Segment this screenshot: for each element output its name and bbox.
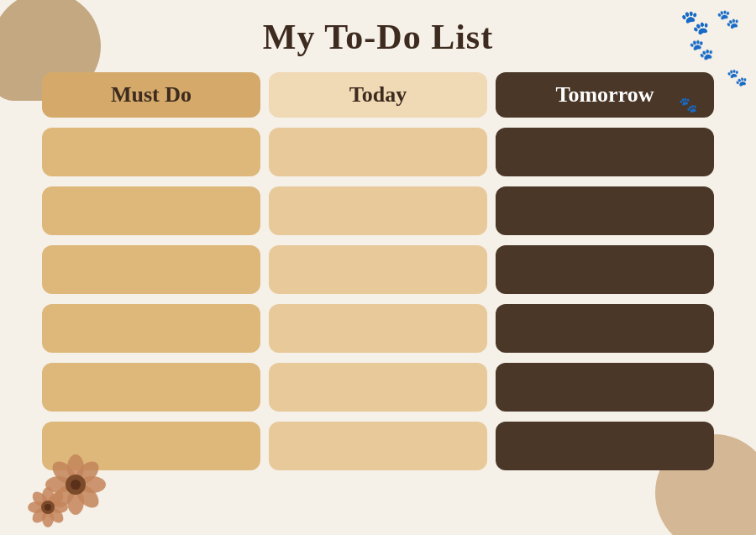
today-item-4[interactable] bbox=[269, 304, 487, 353]
main-content: My To-Do List Must Do Today Tomorrow bbox=[0, 0, 756, 490]
svg-point-9 bbox=[71, 480, 81, 490]
tomorrow-item-1[interactable] bbox=[496, 128, 714, 176]
page-title: My To-Do List bbox=[42, 17, 714, 57]
must-do-item-4[interactable] bbox=[42, 304, 260, 353]
svg-point-19 bbox=[45, 504, 51, 511]
tomorrow-item-3[interactable] bbox=[496, 245, 714, 294]
must-do-item-1[interactable] bbox=[42, 128, 260, 176]
flower-small bbox=[25, 485, 71, 531]
must-do-item-2[interactable] bbox=[42, 186, 260, 235]
today-item-1[interactable] bbox=[269, 128, 487, 176]
today-item-6[interactable] bbox=[269, 422, 487, 470]
today-item-3[interactable] bbox=[269, 245, 487, 294]
paw-icon-1: 🐾 bbox=[680, 8, 710, 36]
paw-icon-5: 🐾 bbox=[679, 96, 697, 114]
today-item-5[interactable] bbox=[269, 363, 487, 412]
today-column: Today bbox=[269, 72, 487, 474]
must-do-item-5[interactable] bbox=[42, 363, 260, 412]
must-do-item-3[interactable] bbox=[42, 245, 260, 294]
today-item-2[interactable] bbox=[269, 186, 487, 235]
paw-icon-3: 🐾 bbox=[689, 38, 714, 61]
today-header: Today bbox=[269, 72, 487, 118]
paw-icon-4: 🐾 bbox=[727, 67, 748, 87]
tomorrow-item-2[interactable] bbox=[496, 186, 714, 235]
tomorrow-item-4[interactable] bbox=[496, 304, 714, 353]
paw-icon-2: 🐾 bbox=[717, 8, 739, 30]
todo-grid: Must Do Today Tomorrow bbox=[42, 72, 714, 474]
tomorrow-item-6[interactable] bbox=[496, 422, 714, 470]
tomorrow-column: Tomorrow bbox=[496, 72, 714, 474]
must-do-column: Must Do bbox=[42, 72, 260, 474]
must-do-header: Must Do bbox=[42, 72, 260, 118]
paw-prints-decoration: 🐾 🐾 🐾 🐾 🐾 bbox=[679, 8, 739, 114]
tomorrow-item-5[interactable] bbox=[496, 363, 714, 412]
